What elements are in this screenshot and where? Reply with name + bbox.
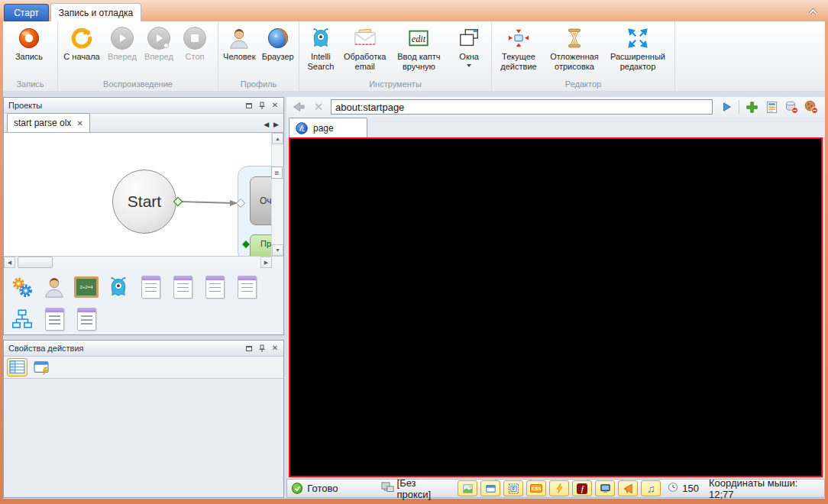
math-board-text: 2+2=4	[79, 285, 92, 289]
app-tab-record-debug[interactable]: Запись и отладка	[50, 3, 141, 21]
restart-icon	[70, 26, 94, 50]
forward-button[interactable]: Вперед	[104, 23, 141, 79]
maximize-panel-button[interactable]	[244, 101, 254, 111]
pin-panel-button[interactable]	[257, 344, 267, 354]
human-profile-button-label: Человек	[223, 52, 255, 62]
back-button[interactable]	[291, 99, 306, 115]
manual-captcha-button[interactable]: edit Ввод каптч вручную	[390, 23, 449, 79]
advanced-editor-button[interactable]: Расширенный редактор	[605, 23, 671, 79]
document-action-icon[interactable]	[138, 275, 163, 299]
properties-content	[4, 379, 283, 497]
app-tab-start[interactable]: Старт	[4, 4, 49, 21]
human-profile-button[interactable]: Человек	[220, 23, 259, 79]
person-action-icon[interactable]	[42, 275, 66, 299]
document-action-icon[interactable]	[234, 275, 259, 299]
actions-toolbox: 2+2=4	[4, 268, 283, 334]
email-processing-button[interactable]: Обработка email	[341, 23, 390, 79]
document-action-icon[interactable]	[202, 275, 227, 299]
forward-step-button-label: Вперед	[144, 52, 173, 62]
clear-cookies-button[interactable]	[804, 99, 819, 115]
projects-panel-title: Проекты	[8, 101, 241, 110]
project-tab[interactable]: start parse olx ✕	[7, 113, 90, 132]
horn-icon	[623, 483, 634, 494]
go-button[interactable]	[719, 99, 734, 115]
ribbon-group-record: Запись Запись	[3, 21, 58, 91]
browser-profile-button-label: Браузер	[262, 52, 294, 62]
pin-icon	[258, 102, 266, 110]
record-icon	[17, 26, 41, 50]
intelli-search-button[interactable]: Intelli Search	[301, 23, 341, 79]
projects-panel-header: Проекты ✕	[4, 98, 283, 114]
tab-scroll-left-icon[interactable]: ◀	[264, 121, 269, 128]
tab-scroll-right-icon[interactable]: ▶	[273, 121, 279, 128]
form-fill-button[interactable]	[764, 99, 779, 115]
alien-action-icon[interactable]	[106, 275, 131, 299]
collapse-ribbon-button[interactable]	[807, 6, 819, 16]
pin-icon	[258, 344, 266, 353]
deferred-rendering-button[interactable]: Отложенная отрисовка	[544, 23, 605, 79]
browser-area: ✕ L page Готово [Без пр	[286, 97, 825, 498]
windows-menu-button-label: Окна	[459, 52, 479, 62]
frames-toggle-button[interactable]: F	[503, 480, 523, 496]
clear-cache-button[interactable]	[784, 99, 799, 115]
title-bar: Старт Запись и отладка	[0, 0, 828, 21]
page-tab[interactable]: L page	[289, 118, 367, 137]
close-panel-button[interactable]: ✕	[270, 101, 280, 111]
windows-menu-button[interactable]: Окна	[448, 23, 490, 79]
record-button[interactable]: Запись	[5, 23, 53, 79]
properties-toolbar	[4, 357, 283, 379]
current-action-icon	[506, 26, 531, 50]
gears-action-icon[interactable]	[10, 275, 34, 299]
images-toggle-button[interactable]	[458, 480, 477, 496]
render-toggle-button[interactable]	[595, 480, 615, 496]
ribbon: Запись Запись С начала Вперед	[3, 21, 825, 92]
play-step-icon	[147, 26, 171, 50]
project-tabstrip: start parse olx ✕ ◀ ▶	[4, 114, 283, 133]
project-tab-label: start parse olx	[14, 118, 71, 128]
sound-toggle-button[interactable]: ♫	[641, 480, 661, 496]
horizontal-scrollbar[interactable]: ◀ ▶	[4, 256, 283, 268]
math-board-action-icon[interactable]: 2+2=4	[74, 275, 99, 299]
scroll-up-button[interactable]: ▲	[272, 133, 283, 144]
script-toggle-button[interactable]	[549, 480, 569, 496]
announce-toggle-button[interactable]	[618, 480, 638, 496]
maximize-panel-button[interactable]	[244, 344, 254, 354]
scroll-left-button[interactable]: ◀	[4, 257, 15, 268]
forward-step-button[interactable]: Вперед	[141, 23, 177, 79]
x-icon: ✕	[314, 100, 324, 114]
property-grid-button[interactable]	[7, 358, 27, 376]
document-action-icon[interactable]	[74, 307, 99, 331]
css-toggle-button[interactable]: CSS	[526, 480, 546, 496]
add-tab-button[interactable]	[744, 99, 759, 115]
window-toggle-button[interactable]	[480, 480, 500, 496]
hierarchy-action-icon[interactable]	[10, 307, 34, 331]
alien-icon	[309, 26, 333, 50]
canvas-overview-button[interactable]: ≡	[271, 166, 283, 179]
document-action-icon[interactable]	[170, 275, 195, 299]
stop-load-button[interactable]: ✕	[311, 99, 326, 115]
properties-panel-title: Свойства действия	[8, 344, 241, 353]
flow-start-node[interactable]: Start	[112, 170, 176, 234]
content-toggles: F CSS f ♫	[458, 480, 661, 496]
vertical-scrollbar[interactable]: ▲ ▼	[271, 133, 283, 256]
maximize-icon	[246, 103, 252, 108]
window-lightning-icon	[31, 358, 51, 376]
window-code-button[interactable]	[31, 358, 51, 376]
url-input[interactable]	[331, 99, 713, 115]
document-action-icon[interactable]	[42, 307, 66, 331]
close-panel-button[interactable]: ✕	[270, 344, 280, 354]
scrollbar-thumb[interactable]	[18, 257, 53, 268]
ribbon-group-editor: Текущее действие Отложенная отрисовка Ра…	[492, 21, 675, 91]
browser-viewport[interactable]	[289, 137, 823, 477]
flowchart-canvas[interactable]: Start Оч Пр ▲ ▼ ≡	[4, 133, 283, 256]
browser-profile-button[interactable]: Браузер	[259, 23, 298, 79]
pin-panel-button[interactable]	[257, 101, 267, 111]
chevron-up-icon	[808, 5, 818, 18]
restart-button[interactable]: С начала	[60, 23, 104, 79]
stop-button[interactable]: Стоп	[177, 23, 212, 79]
close-tab-icon[interactable]: ✕	[76, 119, 82, 128]
current-action-button[interactable]: Текущее действие	[493, 23, 544, 79]
flash-toggle-button[interactable]: f	[572, 480, 592, 496]
scroll-down-button[interactable]: ▼	[272, 244, 283, 256]
scroll-right-button[interactable]: ▶	[260, 257, 272, 268]
